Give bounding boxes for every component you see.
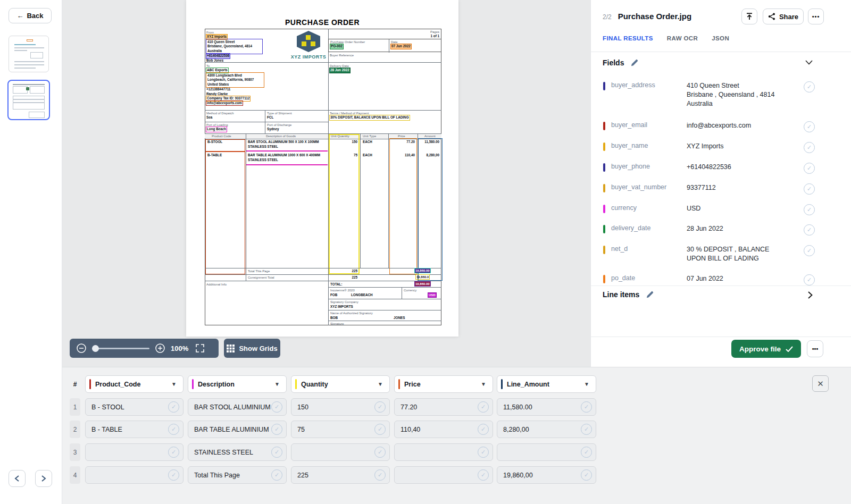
field-confirm-icon[interactable]: [804, 81, 815, 93]
field-confirm-icon[interactable]: [804, 224, 815, 236]
field-key[interactable]: net_d: [611, 245, 628, 253]
cell-confirm-icon[interactable]: [271, 447, 282, 458]
field-key[interactable]: buyer_email: [611, 121, 647, 129]
cell-line-amount[interactable]: 8,280,00: [497, 421, 596, 438]
doc-authorized-label: Name of Authorized Signatory: [330, 311, 373, 315]
cell-confirm-icon[interactable]: [271, 401, 282, 413]
back-button[interactable]: ← Back: [9, 8, 52, 23]
field-value[interactable]: 30 % DEPOSIT , BALANCE UPON BILL OF LADI…: [687, 245, 801, 263]
field-value[interactable]: +61404822536: [687, 163, 801, 172]
edit-line-items-icon[interactable]: [646, 291, 654, 299]
cell-price[interactable]: [394, 443, 493, 461]
cell-quantity[interactable]: 225: [291, 466, 390, 484]
tab-raw-ocr[interactable]: RAW OCR: [667, 35, 698, 41]
cell-confirm-icon[interactable]: [581, 424, 592, 435]
cell-confirm-icon[interactable]: [581, 401, 592, 413]
cell-confirm-icon[interactable]: [581, 447, 592, 458]
cell-description[interactable]: Total This Page: [188, 466, 287, 484]
field-value[interactable]: 07 Jun 2022: [687, 274, 801, 283]
cell-description[interactable]: STAINLESS STEEL: [188, 443, 287, 461]
cell-product-code[interactable]: B - TABLE: [85, 421, 183, 438]
purchase-order-document[interactable]: PURCHASE ORDER From XYZ Imports 410 Quee…: [186, 0, 458, 337]
approve-more-options-button[interactable]: •••: [807, 340, 823, 357]
cell-confirm-icon[interactable]: [374, 469, 386, 481]
field-key[interactable]: buyer_phone: [611, 163, 650, 170]
previous-page-button[interactable]: [9, 470, 26, 487]
edit-fields-icon[interactable]: [630, 59, 638, 67]
field-key[interactable]: buyer_name: [611, 142, 648, 149]
page-thumbnail-2-selected[interactable]: [7, 80, 50, 120]
cell-line-amount[interactable]: [497, 443, 596, 461]
cell-confirm-icon[interactable]: [271, 469, 282, 481]
zoom-slider[interactable]: [92, 348, 149, 349]
next-page-button[interactable]: [35, 470, 52, 487]
field-value[interactable]: XYZ Imports: [687, 142, 801, 151]
field-value[interactable]: info@abcexports.com: [687, 121, 801, 130]
column-header-line-amount[interactable]: Line_Amount ▼: [497, 375, 596, 393]
field-value[interactable]: 28 Jun 2022: [687, 224, 801, 233]
cell-confirm-icon[interactable]: [478, 424, 489, 435]
cell-line-amount[interactable]: 19,860,00: [497, 466, 596, 484]
field-key[interactable]: buyer_vat_number: [611, 183, 666, 191]
cell-price[interactable]: 110,40: [394, 421, 493, 438]
cell-confirm-icon[interactable]: [168, 424, 179, 435]
field-confirm-icon[interactable]: [804, 204, 815, 215]
field-key[interactable]: po_date: [611, 274, 635, 282]
field-confirm-icon[interactable]: [804, 121, 815, 132]
column-header-product-code[interactable]: Product_Code ▼: [85, 375, 183, 393]
cell-quantity[interactable]: 150: [291, 398, 390, 416]
cell-description[interactable]: BAR STOOL ALUMINIUM: [188, 398, 287, 416]
cell-quantity[interactable]: [291, 443, 390, 461]
show-grids-button[interactable]: Show Grids: [224, 339, 280, 358]
cell-value: BAR TABLE ALUMINIUM: [194, 426, 271, 433]
tab-json[interactable]: JSON: [712, 35, 729, 41]
cell-line-amount[interactable]: 11,580.00: [497, 398, 596, 416]
field-confirm-icon[interactable]: [804, 245, 815, 256]
cell-confirm-icon[interactable]: [168, 469, 179, 481]
page-thumbnail-1[interactable]: [9, 36, 49, 72]
collapse-fields-icon[interactable]: [805, 60, 813, 65]
expand-line-items-icon[interactable]: [808, 291, 813, 299]
approve-file-button[interactable]: Approve file: [731, 340, 801, 358]
field-confirm-icon[interactable]: [804, 163, 815, 174]
zoom-in-icon[interactable]: [155, 343, 165, 354]
share-button[interactable]: Share: [763, 9, 804, 24]
field-value[interactable]: 93377112: [687, 183, 801, 192]
field-value[interactable]: 410 Queen Street Brisbane , Queensland ,…: [687, 81, 801, 108]
doc-divider: [205, 110, 441, 111]
cell-confirm-icon[interactable]: [374, 401, 386, 413]
cell-confirm-icon[interactable]: [168, 447, 179, 458]
fullscreen-icon[interactable]: [196, 344, 204, 352]
cell-price[interactable]: [394, 466, 493, 484]
cell-product-code[interactable]: B - STOOL: [85, 398, 183, 416]
cell-confirm-icon[interactable]: [374, 447, 386, 458]
zoom-slider-knob[interactable]: [92, 345, 99, 352]
cell-confirm-icon[interactable]: [478, 447, 489, 458]
cell-confirm-icon[interactable]: [168, 401, 179, 413]
field-confirm-icon[interactable]: [804, 274, 815, 285]
cell-price[interactable]: 77.20: [394, 398, 493, 416]
zoom-out-icon[interactable]: [76, 343, 87, 354]
column-header-price[interactable]: Price ▼: [394, 375, 493, 393]
field-confirm-icon[interactable]: [804, 142, 815, 153]
column-header-description[interactable]: Description ▼: [188, 375, 287, 393]
field-key[interactable]: currency: [611, 204, 637, 212]
cell-product-code[interactable]: [85, 443, 183, 461]
field-value[interactable]: USD: [687, 204, 801, 213]
cell-confirm-icon[interactable]: [271, 424, 282, 435]
cell-description[interactable]: BAR TABLE ALUMINIUM: [188, 421, 287, 438]
cell-product-code[interactable]: [85, 466, 183, 484]
cell-confirm-icon[interactable]: [374, 424, 386, 435]
tab-final-results[interactable]: FINAL RESULTS: [603, 35, 653, 41]
cell-quantity[interactable]: 75: [291, 421, 390, 438]
cell-confirm-icon[interactable]: [478, 401, 489, 413]
upload-button[interactable]: [741, 9, 757, 24]
cell-confirm-icon[interactable]: [478, 469, 489, 481]
column-header-quantity[interactable]: Quantity ▼: [291, 375, 390, 393]
close-table-button[interactable]: ✕: [812, 375, 829, 392]
cell-confirm-icon[interactable]: [581, 469, 592, 481]
field-key[interactable]: buyer_address: [611, 81, 655, 89]
field-key[interactable]: delivery_date: [611, 224, 650, 232]
more-options-button[interactable]: •••: [808, 9, 824, 24]
field-confirm-icon[interactable]: [804, 183, 815, 195]
